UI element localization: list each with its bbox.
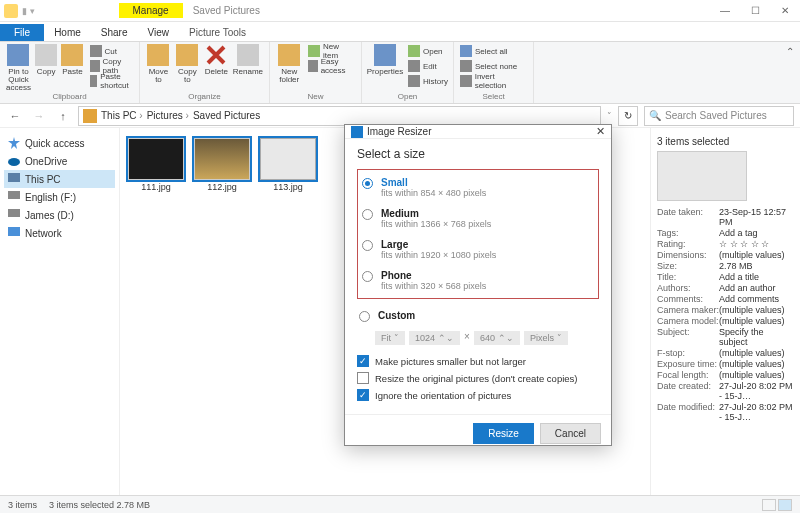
detail-value[interactable]: (multiple values)	[719, 370, 794, 380]
custom-width-input[interactable]: 1024 ⌃⌄	[409, 331, 460, 345]
invert-selection-button[interactable]: Invert selection	[460, 74, 527, 88]
tab-home[interactable]: Home	[44, 24, 91, 41]
detail-value[interactable]: (multiple values)	[719, 348, 794, 358]
detail-value[interactable]: Add a title	[719, 272, 794, 282]
properties-button[interactable]: Properties	[368, 44, 402, 88]
size-option[interactable]: Phonefits within 320 × 568 pixels	[360, 265, 596, 296]
dialog-title: Image Resizer	[367, 126, 431, 137]
history-button[interactable]: History	[408, 74, 448, 88]
context-tab-manage[interactable]: Manage	[119, 3, 183, 18]
dialog-header[interactable]: Image Resizer ✕	[345, 125, 611, 139]
custom-height-input[interactable]: 640 ⌃⌄	[474, 331, 520, 345]
detail-value[interactable]: Specify the subject	[719, 327, 794, 347]
open-button[interactable]: Open	[408, 44, 448, 58]
svg-rect-18	[460, 75, 472, 87]
detail-value[interactable]: Add comments	[719, 294, 794, 304]
up-button[interactable]: ↑	[54, 107, 72, 125]
cancel-button[interactable]: Cancel	[540, 423, 601, 444]
select-none-button[interactable]: Select none	[460, 59, 527, 73]
sidebar-item-james-drive[interactable]: James (D:)	[4, 206, 115, 224]
detail-value[interactable]: (multiple values)	[719, 359, 794, 369]
detail-value[interactable]: (multiple values)	[719, 305, 794, 315]
checkbox-row[interactable]: ✓Make pictures smaller but not larger	[357, 355, 599, 367]
view-details-button[interactable]	[762, 499, 776, 511]
crumb-pictures[interactable]: Pictures	[147, 110, 189, 121]
size-option-custom[interactable]: Custom	[357, 305, 599, 327]
detail-value[interactable]: 2.78 MB	[719, 261, 794, 271]
size-option[interactable]: Smallfits within 854 × 480 pixels	[360, 172, 596, 203]
copy-path-button[interactable]: Copy path	[90, 59, 133, 73]
custom-mode-select[interactable]: Fit ˅	[375, 331, 405, 345]
custom-unit-select[interactable]: Pixels ˅	[524, 331, 568, 345]
paste-shortcut-button[interactable]: Paste shortcut	[90, 74, 133, 88]
close-button[interactable]: ✕	[770, 0, 800, 22]
sidebar-item-english-drive[interactable]: English (F:)	[4, 188, 115, 206]
detail-value[interactable]: (multiple values)	[719, 250, 794, 260]
file-name: 111.jpg	[141, 182, 171, 192]
sidebar-item-thispc[interactable]: This PC	[4, 170, 115, 188]
svg-rect-16	[460, 45, 472, 57]
qat-sep: ▮ ▾	[22, 6, 35, 16]
options-checkboxes: ✓Make pictures smaller but not largerRes…	[357, 355, 599, 401]
back-button[interactable]: ←	[6, 107, 24, 125]
sidebar-item-network[interactable]: Network	[4, 224, 115, 242]
breadcrumb-dropdown-icon[interactable]: ˅	[607, 111, 612, 121]
detail-value[interactable]: 23-Sep-15 12:57 PM	[719, 207, 794, 227]
svg-rect-10	[308, 45, 320, 57]
file-thumb[interactable]: 111.jpg	[128, 138, 184, 192]
tab-view[interactable]: View	[138, 24, 180, 41]
tab-share[interactable]: Share	[91, 24, 138, 41]
delete-button[interactable]: Delete	[204, 44, 229, 84]
detail-value[interactable]: Add a tag	[719, 228, 794, 238]
detail-value[interactable]: 27-Jul-20 8:02 PM - 15-J…	[719, 381, 794, 401]
svg-point-20	[8, 158, 20, 166]
breadcrumb[interactable]: This PC Pictures Saved Pictures	[78, 106, 601, 126]
file-thumb[interactable]: 113.jpg	[260, 138, 316, 192]
view-thumbnails-button[interactable]	[778, 499, 792, 511]
detail-row: Camera model:(multiple values)	[657, 316, 794, 326]
refresh-button[interactable]: ↻	[618, 106, 638, 126]
maximize-button[interactable]: ☐	[740, 0, 770, 22]
file-thumb[interactable]: 112.jpg	[194, 138, 250, 192]
collapse-ribbon-icon[interactable]: ⌃	[786, 46, 794, 57]
forward-button[interactable]: →	[30, 107, 48, 125]
easy-access-button[interactable]: Easy access	[308, 59, 355, 73]
detail-value[interactable]: 27-Jul-20 8:02 PM - 15-J…	[719, 402, 794, 422]
sidebar-item-onedrive[interactable]: OneDrive	[4, 152, 115, 170]
copy-button[interactable]: Copy	[35, 44, 57, 92]
edit-button[interactable]: Edit	[408, 59, 448, 73]
crumb-saved-pictures[interactable]: Saved Pictures	[193, 110, 260, 121]
checkbox-row[interactable]: ✓Ignore the orientation of pictures	[357, 389, 599, 401]
pin-quick-access-button[interactable]: Pin to Quick access	[6, 44, 31, 92]
new-item-button[interactable]: New item	[308, 44, 355, 58]
detail-value[interactable]: (multiple values)	[719, 316, 794, 326]
minimize-button[interactable]: —	[710, 0, 740, 22]
detail-row: Title:Add a title	[657, 272, 794, 282]
radio-label: Small	[381, 177, 408, 188]
size-option[interactable]: Largefits within 1920 × 1080 pixels	[360, 234, 596, 265]
select-all-button[interactable]: Select all	[460, 44, 527, 58]
search-input[interactable]: 🔍 Search Saved Pictures	[644, 106, 794, 126]
radio-label: Phone	[381, 270, 412, 281]
group-select: Select all Select none Invert selection …	[454, 42, 534, 103]
detail-value[interactable]: Add an author	[719, 283, 794, 293]
details-pane: 3 items selected Date taken:23-Sep-15 12…	[650, 128, 800, 495]
svg-rect-24	[8, 227, 20, 236]
crumb-thispc[interactable]: This PC	[101, 110, 143, 121]
detail-key: Camera maker:	[657, 305, 719, 315]
checkbox-row[interactable]: Resize the original pictures (don't crea…	[357, 372, 599, 384]
detail-value[interactable]: ☆ ☆ ☆ ☆ ☆	[719, 239, 794, 249]
ribbon: ⌃ Pin to Quick access Copy Paste Cut Cop…	[0, 42, 800, 104]
tab-picture-tools[interactable]: Picture Tools	[179, 24, 256, 41]
cut-button[interactable]: Cut	[90, 44, 133, 58]
move-to-button[interactable]: Move to	[146, 44, 171, 84]
new-folder-button[interactable]: New folder	[276, 44, 302, 84]
dialog-close-button[interactable]: ✕	[596, 125, 605, 138]
paste-button[interactable]: Paste	[61, 44, 83, 92]
copy-to-button[interactable]: Copy to	[175, 44, 200, 84]
sidebar-item-quick-access[interactable]: Quick access	[4, 134, 115, 152]
resize-button[interactable]: Resize	[473, 423, 534, 444]
size-option[interactable]: Mediumfits within 1366 × 768 pixels	[360, 203, 596, 234]
tab-file[interactable]: File	[0, 24, 44, 41]
rename-button[interactable]: Rename	[233, 44, 263, 84]
